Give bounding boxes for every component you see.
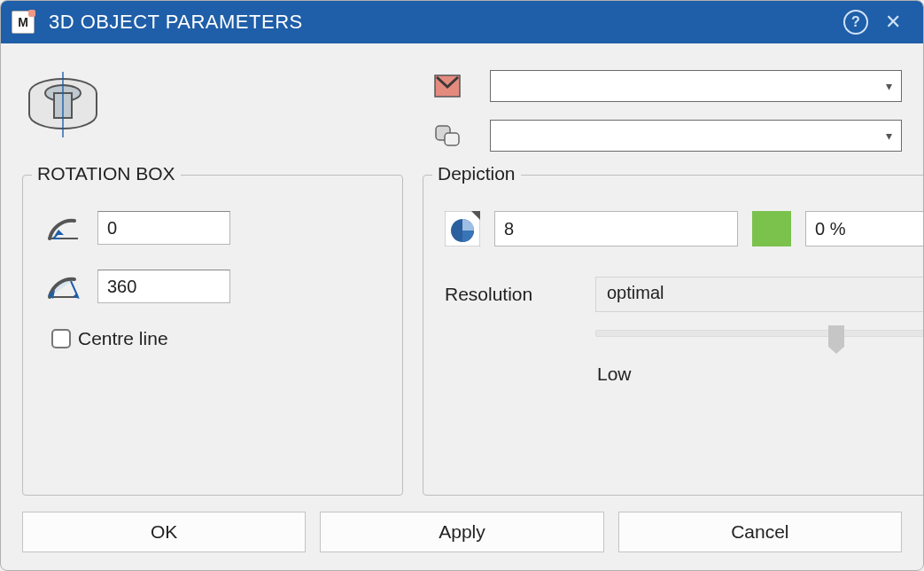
centre-line-label: Centre line — [78, 328, 168, 349]
rotation-legend: ROTATION BOX — [32, 163, 181, 184]
layer-row: ▾ — [431, 120, 902, 152]
svg-rect-6 — [445, 133, 459, 145]
window-title: 3D OBJECT PARAMETERS — [49, 11, 831, 34]
start-angle-icon — [44, 212, 82, 244]
resolution-slider[interactable] — [595, 330, 924, 337]
start-angle-input[interactable] — [97, 211, 230, 245]
svg-marker-9 — [73, 293, 80, 299]
depiction-group: Depiction — [423, 175, 924, 496]
svg-marker-7 — [55, 230, 64, 235]
ok-button[interactable]: OK — [22, 512, 306, 552]
dialog-body: ▾ ▾ ROTATION BOX — [1, 43, 923, 570]
depiction-top-row — [445, 211, 924, 246]
chevron-down-icon: ▾ — [886, 129, 892, 143]
resolution-slider-wrap: Low High — [595, 330, 924, 385]
slider-low-label: Low — [597, 364, 632, 385]
button-row: OK Apply Cancel — [22, 512, 902, 552]
start-angle-row — [44, 211, 381, 245]
resolution-label: Resolution — [445, 284, 569, 305]
material-icon — [431, 73, 463, 99]
top-row: ▾ ▾ — [22, 66, 902, 152]
dialog-3d-object-parameters: M 3D OBJECT PARAMETERS ? ✕ — [0, 0, 924, 571]
app-icon: M — [12, 11, 35, 34]
apply-button[interactable]: Apply — [320, 512, 603, 552]
segments-confirm-button[interactable] — [752, 211, 791, 246]
material-select[interactable]: ▾ — [490, 70, 902, 102]
segments-input[interactable] — [494, 211, 738, 246]
rotation-box-group: ROTATION BOX Centre line — [22, 175, 403, 496]
centre-line-checkbox[interactable] — [51, 329, 71, 348]
close-icon[interactable]: ✕ — [881, 10, 905, 35]
layer-icon — [431, 122, 463, 149]
resolution-select[interactable]: optimal ▾ — [595, 277, 924, 312]
centre-line-row: Centre line — [51, 328, 381, 349]
slider-labels: Low High — [595, 364, 924, 385]
resolution-row: Resolution optimal ▾ — [445, 277, 924, 312]
end-angle-row — [44, 270, 381, 303]
help-icon[interactable]: ? — [843, 10, 868, 35]
titlebar: M 3D OBJECT PARAMETERS ? ✕ — [1, 1, 923, 43]
object-preview-icon — [22, 66, 104, 141]
panels: ROTATION BOX Centre line — [22, 175, 902, 496]
layer-select[interactable]: ▾ — [490, 120, 902, 152]
resolution-value: optimal — [607, 283, 664, 302]
end-angle-input[interactable] — [97, 270, 230, 303]
material-row: ▾ — [431, 70, 902, 102]
end-angle-icon — [44, 270, 82, 302]
transparency-input[interactable] — [805, 211, 924, 246]
chevron-down-icon: ▾ — [886, 79, 892, 93]
segments-icon — [445, 211, 480, 246]
depiction-legend: Depiction — [432, 163, 521, 184]
cancel-button[interactable]: Cancel — [618, 512, 902, 552]
top-controls: ▾ ▾ — [431, 70, 902, 152]
slider-thumb[interactable] — [828, 325, 844, 347]
